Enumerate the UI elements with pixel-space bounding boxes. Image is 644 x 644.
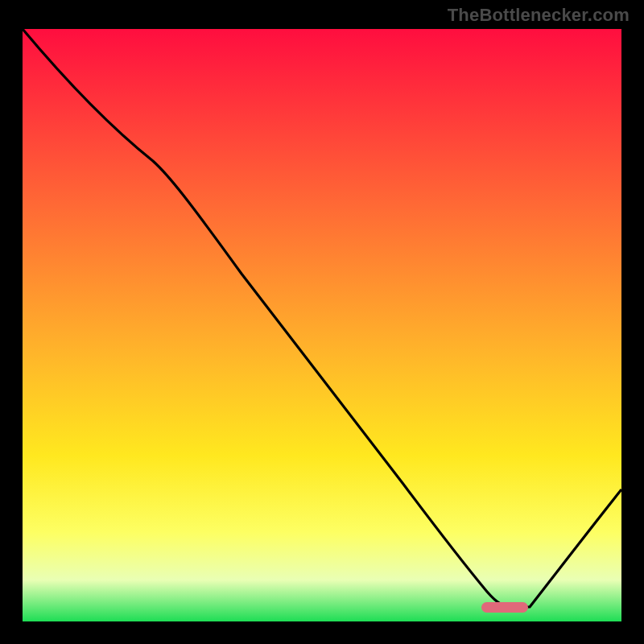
optimum-marker <box>481 602 528 613</box>
watermark-text: TheBottlenecker.com <box>448 5 630 26</box>
chart-container: TheBottlenecker.com <box>0 0 644 644</box>
bottleneck-chart <box>0 0 644 644</box>
plot-area <box>23 29 621 621</box>
